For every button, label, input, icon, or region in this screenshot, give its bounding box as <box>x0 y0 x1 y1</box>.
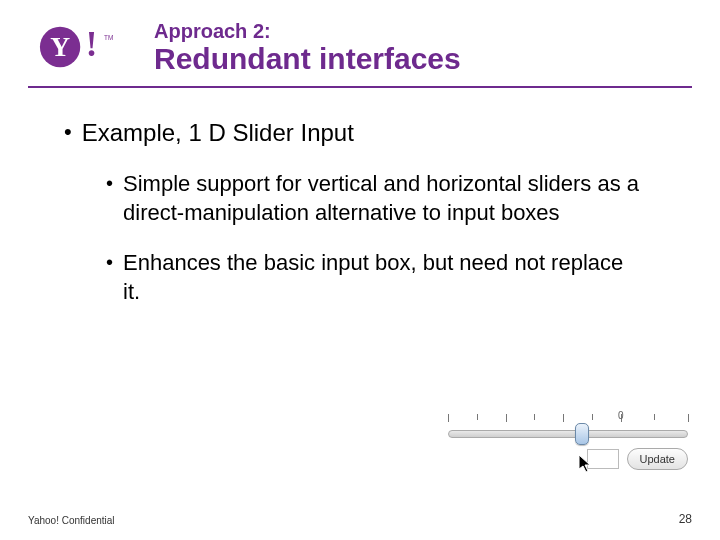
bullet-level-2: • Simple support for vertical and horizo… <box>106 170 646 227</box>
bullet-text: Example, 1 D Slider Input <box>82 118 354 148</box>
slide-title: Redundant interfaces <box>154 42 461 75</box>
slider-controls: Update <box>448 448 688 470</box>
bullet-level-1: • Example, 1 D Slider Input <box>64 118 692 148</box>
bullet-text: Enhances the basic input box, but need n… <box>123 249 646 306</box>
bullet-dot-icon: • <box>106 170 113 196</box>
slide: Y ! TM Approach 2: Redundant interfaces … <box>0 0 720 540</box>
mouse-cursor-icon <box>578 454 594 474</box>
footer-confidential: Yahoo! Confidential <box>28 515 115 526</box>
slider-track[interactable] <box>448 430 688 438</box>
page-number: 28 <box>679 512 692 526</box>
slide-kicker: Approach 2: <box>154 20 461 42</box>
yahoo-logo-icon: Y ! TM <box>28 18 138 76</box>
slider-thumb[interactable] <box>575 423 589 445</box>
title-block: Approach 2: Redundant interfaces <box>154 18 461 75</box>
bullet-dot-icon: • <box>64 118 72 146</box>
slide-header: Y ! TM Approach 2: Redundant interfaces <box>28 18 692 88</box>
slider-widget: 0 Update <box>448 414 688 470</box>
svg-text:Y: Y <box>50 31 70 62</box>
bullet-level-2: • Enhances the basic input box, but need… <box>106 249 646 306</box>
bullet-dot-icon: • <box>106 249 113 275</box>
svg-text:!: ! <box>86 25 98 64</box>
bullet-text: Simple support for vertical and horizont… <box>123 170 646 227</box>
svg-text:TM: TM <box>104 34 113 41</box>
slide-body: • Example, 1 D Slider Input • Simple sup… <box>28 118 692 306</box>
slider-zero-label: 0 <box>618 410 624 421</box>
slider-ticks: 0 <box>448 414 688 428</box>
update-button[interactable]: Update <box>627 448 688 470</box>
